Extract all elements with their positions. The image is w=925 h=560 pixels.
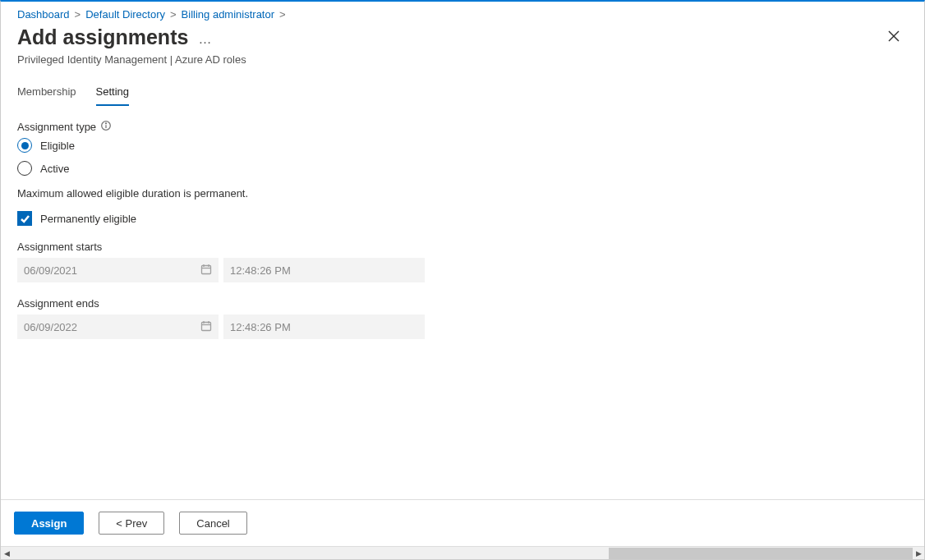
radio-icon (17, 138, 32, 153)
end-date-value: 06/09/2022 (24, 321, 77, 333)
svg-rect-5 (202, 265, 211, 273)
close-button[interactable] (880, 25, 908, 50)
breadcrumb: Dashboard > Default Directory > Billing … (1, 2, 924, 21)
tab-setting[interactable]: Setting (96, 80, 129, 106)
permanently-eligible-label: Permanently eligible (40, 213, 136, 225)
end-time-input: 12:48:26 PM (223, 314, 425, 339)
assign-button[interactable]: Assign (14, 512, 84, 535)
start-date-value: 06/09/2021 (24, 264, 77, 277)
scroll-thumb[interactable] (609, 548, 913, 559)
prev-button[interactable]: < Prev (99, 512, 164, 535)
scroll-right-icon[interactable]: ▶ (913, 548, 924, 559)
radio-icon (17, 161, 32, 176)
duration-helper-text: Maximum allowed eligible duration is per… (17, 187, 908, 200)
radio-eligible-label: Eligible (40, 140, 75, 152)
breadcrumb-default-directory[interactable]: Default Directory (85, 8, 165, 21)
chevron-right-icon: > (170, 8, 177, 21)
scroll-left-icon[interactable]: ◀ (1, 548, 12, 559)
page-subtitle: Privileged Identity Management | Azure A… (1, 53, 924, 66)
breadcrumb-dashboard[interactable]: Dashboard (17, 8, 70, 21)
chevron-right-icon: > (279, 8, 286, 21)
breadcrumb-billing-administrator[interactable]: Billing administrator (182, 8, 274, 21)
horizontal-scrollbar[interactable]: ◀ ▶ (1, 546, 924, 559)
tab-membership[interactable]: Membership (17, 80, 76, 106)
footer-bar: Assign < Prev Cancel (1, 499, 924, 546)
checkbox-icon (17, 211, 32, 226)
checkbox-permanently-eligible[interactable]: Permanently eligible (17, 211, 908, 226)
svg-point-4 (106, 123, 107, 124)
page-title: Add assignments (17, 25, 188, 49)
start-time-input: 12:48:26 PM (223, 258, 425, 282)
radio-active-label: Active (40, 163, 69, 175)
info-icon[interactable] (101, 121, 111, 133)
end-time-value: 12:48:26 PM (230, 321, 291, 333)
assignment-ends-label: Assignment ends (17, 297, 908, 310)
calendar-icon (200, 320, 212, 334)
assignment-starts-label: Assignment starts (17, 241, 908, 253)
start-time-value: 12:48:26 PM (230, 264, 291, 277)
radio-eligible[interactable]: Eligible (17, 138, 908, 153)
more-actions-icon[interactable]: … (198, 25, 211, 53)
svg-rect-9 (202, 322, 211, 330)
tabs: Membership Setting (1, 80, 924, 106)
cancel-button[interactable]: Cancel (179, 512, 246, 535)
assignment-type-label: Assignment type (17, 121, 96, 133)
radio-active[interactable]: Active (17, 161, 908, 176)
start-date-input: 06/09/2021 (17, 258, 219, 282)
calendar-icon (200, 264, 212, 278)
end-date-input: 06/09/2022 (17, 314, 219, 339)
chevron-right-icon: > (75, 8, 81, 21)
